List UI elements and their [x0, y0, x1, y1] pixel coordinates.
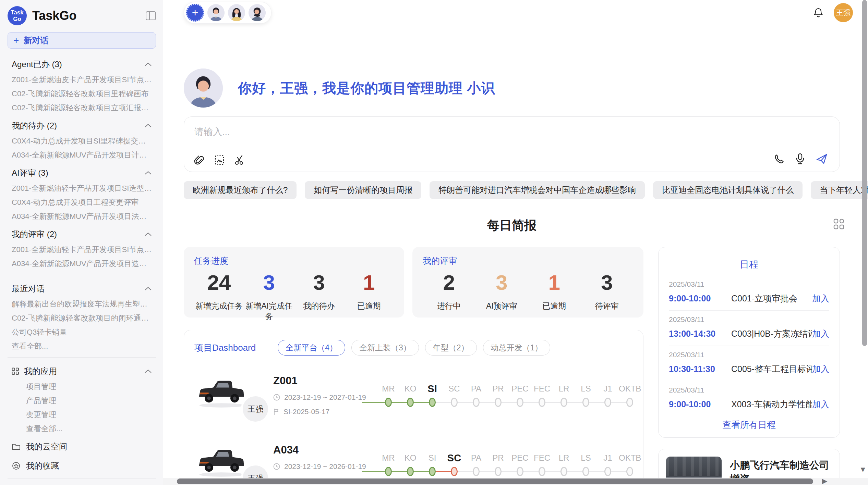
stat-value: 24 — [194, 269, 244, 296]
phone-icon[interactable] — [774, 153, 785, 164]
mic-icon[interactable] — [796, 153, 805, 165]
horizontal-scrollbar[interactable] — [177, 478, 813, 484]
new-chat-button[interactable]: + 新对话 — [8, 32, 156, 49]
milestone-label: LR — [553, 382, 575, 396]
sidebar-item[interactable]: 我的收藏 — [8, 460, 156, 471]
sidebar-list-item[interactable]: C02-飞腾新能源轻客改款项目里程碑画布 — [8, 89, 156, 98]
stat-label: 待评审 — [581, 301, 634, 311]
add-member-button[interactable]: + — [186, 4, 204, 22]
milestone-dot-row — [443, 466, 465, 478]
sidebar-list-item[interactable]: 查看全部... — [8, 342, 156, 350]
dashboard-filter[interactable]: 年型（2） — [425, 340, 477, 356]
member-avatar[interactable] — [207, 4, 225, 21]
milestone-label: MR — [377, 451, 399, 465]
sidebar-list-item[interactable]: Z001-全新燃油皮卡产品开发项目SI节点Lesson Learn报告 — [8, 75, 156, 84]
schedule-item: 2025/03/1110:30-11:30C005-整车工程目标评审加入 — [669, 346, 829, 381]
milestone-dot-row — [399, 397, 421, 409]
collapse-sidebar-icon[interactable] — [146, 11, 156, 20]
scroll-right-arrow-icon[interactable]: ▶ — [822, 477, 827, 485]
suggestion-chips: 欧洲新规最近颁布了什么?如何写一份清晰的项目周报特朗普可能对进口汽车增税会对中国… — [184, 181, 840, 199]
sidebar-list-item[interactable]: Z001-全新燃油轻卡产品开发项目SI节点属性5D文件评审 — [8, 245, 156, 254]
milestone-dot — [604, 398, 611, 407]
milestone-label: PEC — [509, 382, 531, 396]
vertical-scrollbar[interactable] — [862, 0, 867, 346]
schedule-name: X003-车辆动力学性能验... — [723, 399, 812, 410]
member-avatar[interactable] — [228, 4, 245, 21]
scroll-down-arrow-icon[interactable]: ▼ — [859, 465, 867, 474]
sidebar-list-item[interactable]: C0X4-动力总成开发项目工程变更评审 — [8, 198, 156, 207]
sidebar-list-item[interactable]: 项目管理 — [8, 382, 156, 391]
sidebar-divider — [8, 275, 156, 275]
image-icon[interactable] — [214, 154, 225, 165]
chat-input-card — [184, 116, 840, 172]
sidebar-item-label: 我的收藏 — [26, 460, 59, 471]
schedule-list: 2025/03/119:00-10:00C001-立项审批会加入2025/03/… — [669, 275, 829, 416]
suggestion-chip[interactable]: 欧洲新规最近颁布了什么? — [184, 181, 297, 199]
sidebar-list-item[interactable]: 公司Q3轻卡销量 — [8, 328, 156, 336]
send-icon[interactable] — [816, 153, 828, 165]
scissors-icon[interactable] — [234, 154, 245, 165]
sidebar-section-header[interactable]: 我的评审 (2) — [8, 229, 156, 240]
stat: 3AI预评审 — [475, 269, 528, 311]
milestone-label: OKTB — [619, 382, 641, 396]
truck-image — [194, 443, 249, 479]
milestone-dot — [582, 398, 589, 407]
milestone-dot — [495, 467, 502, 476]
sidebar-list-item[interactable]: Z001-全新燃油轻卡产品开发项目SI造型提交物评审 — [8, 184, 156, 192]
milestone-si: SI — [421, 382, 443, 409]
my-reviews-stats: 2进行中3AI预评审1已逾期3待评审 — [423, 269, 633, 311]
sidebar-list-item[interactable]: C02-飞腾新能源轻客改款项目的闭环通告反馈情况 — [8, 314, 156, 322]
sidebar-list-item[interactable]: 解释最新出台的欧盟报废车法规再生塑料比例被调至15%... — [8, 300, 156, 308]
suggestion-chip[interactable]: 当下年轻人对汽车外观有怎样的喜好趋势 — [811, 181, 868, 199]
sidebar-list-item[interactable]: C02-飞腾新能源轻客改款项目立项汇报方案 — [8, 103, 156, 112]
sidebar-section-header[interactable]: Agent已办 (3) — [8, 59, 156, 70]
milestone-dot-row — [597, 466, 619, 478]
chat-input[interactable] — [194, 125, 736, 146]
suggestion-chip[interactable]: 比亚迪全固态电池计划具体说了什么 — [653, 181, 803, 199]
grid-icon — [12, 368, 19, 375]
join-link[interactable]: 加入 — [812, 293, 829, 304]
milestone-label: SC — [443, 382, 465, 396]
stat-label: 我的待办 — [294, 301, 344, 311]
join-link[interactable]: 加入 — [812, 363, 829, 375]
sidebar-section-header[interactable]: AI评审 (3) — [8, 167, 156, 178]
sidebar-section-header[interactable]: 最近对话 — [8, 283, 156, 294]
dashboard-filter[interactable]: 全新平台（4） — [278, 340, 345, 356]
bell-icon[interactable] — [813, 7, 823, 18]
sidebar-list-item[interactable]: A034-全新新能源MUV产品开发项目法规符合性评审 — [8, 212, 156, 221]
project-code: Z001 — [273, 375, 376, 387]
dashboard-filter[interactable]: 动总开发（1） — [483, 340, 551, 356]
user-avatar[interactable]: 王强 — [834, 3, 853, 22]
sidebar-list-item[interactable]: 查看全部... — [8, 424, 156, 433]
stat: 1已逾期 — [528, 269, 581, 311]
view-all-schedule-link[interactable]: 查看所有日程 — [669, 419, 829, 431]
suggestion-chip[interactable]: 特朗普可能对进口汽车增税会对中国车企造成哪些影响 — [430, 181, 645, 199]
sidebar-section-header[interactable]: 我的应用 — [8, 366, 156, 377]
milestone-label: FEC — [531, 451, 553, 465]
right-column: 日程 2025/03/119:00-10:00C001-立项审批会加入2025/… — [658, 247, 840, 485]
milestone-ko: KO — [399, 451, 421, 478]
sidebar-list-item[interactable]: C0X4-动力总成开发项目SI里程碑提交物检查 — [8, 137, 156, 145]
milestone-dot-row — [377, 466, 399, 478]
sidebar-section-header[interactable]: 我的待办 (2) — [8, 120, 156, 131]
schedule-name: C001-立项审批会 — [723, 293, 812, 304]
milestone-label: PA — [465, 451, 487, 465]
sidebar-list-item[interactable]: 产品管理 — [8, 396, 156, 405]
member-avatar[interactable] — [249, 4, 266, 21]
join-link[interactable]: 加入 — [812, 399, 829, 410]
project-row[interactable]: 王强Z0012023-12-19 ~ 2027-01-19SI-2025-05-… — [194, 366, 633, 425]
project-dates-text: 2023-12-19 ~ 2026-01-19 — [284, 462, 366, 471]
sidebar-list-item[interactable]: A034-全新新能源MUV产品开发项目造型可行性评审 — [8, 259, 156, 268]
sidebar-item[interactable]: 我的云空间 — [8, 441, 156, 452]
sidebar: Task Go TaskGo + 新对话 Agent已办 (3)Z001-全新燃… — [0, 0, 163, 485]
layout-grid-icon[interactable] — [833, 218, 845, 230]
milestone-mr: MR — [377, 451, 399, 478]
sidebar-list-item[interactable]: A034-全新新能源MUV产品开发项目计划变更表编写 — [8, 151, 156, 159]
join-link[interactable]: 加入 — [812, 328, 829, 339]
milestone-label: SI — [421, 382, 443, 396]
member-pill: + — [184, 2, 272, 24]
suggestion-chip[interactable]: 如何写一份清晰的项目周报 — [305, 181, 421, 199]
sidebar-list-item[interactable]: 变更管理 — [8, 410, 156, 419]
attachment-icon[interactable] — [194, 154, 205, 165]
dashboard-filter[interactable]: 全新上装（3） — [351, 340, 419, 356]
